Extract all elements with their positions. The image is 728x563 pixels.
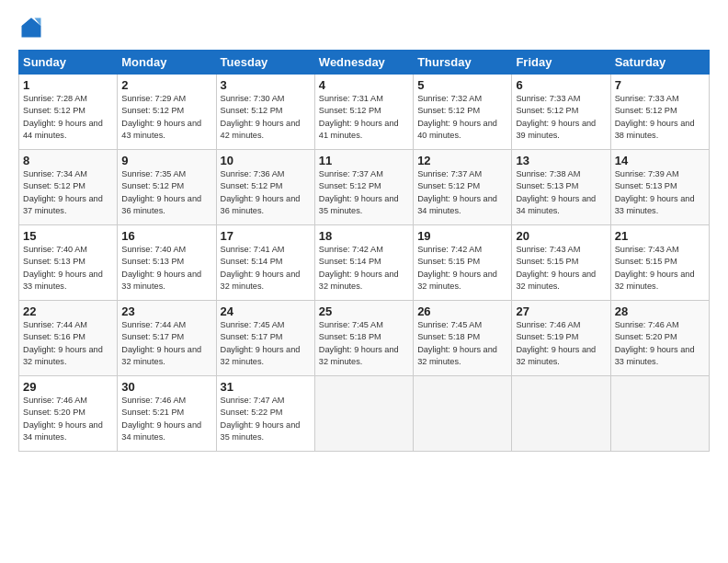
day-number: 12 bbox=[417, 154, 507, 167]
header bbox=[18, 15, 710, 40]
calendar-week-row: 15 Sunrise: 7:40 AM Sunset: 5:13 PM Dayl… bbox=[19, 225, 710, 301]
calendar-cell: 7 Sunrise: 7:33 AM Sunset: 5:12 PM Dayli… bbox=[610, 75, 709, 150]
day-number: 17 bbox=[221, 229, 311, 243]
day-number: 13 bbox=[516, 154, 606, 167]
day-number: 20 bbox=[516, 229, 606, 243]
day-info: Sunrise: 7:34 AM Sunset: 5:12 PM Dayligh… bbox=[23, 168, 113, 217]
calendar-cell bbox=[314, 376, 413, 452]
calendar-cell: 28 Sunrise: 7:46 AM Sunset: 5:20 PM Dayl… bbox=[610, 301, 709, 376]
day-number: 18 bbox=[319, 229, 409, 243]
day-number: 5 bbox=[417, 78, 507, 92]
day-info: Sunrise: 7:36 AM Sunset: 5:12 PM Dayligh… bbox=[221, 168, 311, 217]
calendar-cell: 25 Sunrise: 7:45 AM Sunset: 5:18 PM Dayl… bbox=[314, 301, 413, 376]
calendar-cell: 16 Sunrise: 7:40 AM Sunset: 5:13 PM Dayl… bbox=[118, 225, 216, 301]
day-info: Sunrise: 7:41 AM Sunset: 5:14 PM Dayligh… bbox=[221, 244, 311, 293]
day-number: 2 bbox=[121, 78, 211, 92]
day-number: 15 bbox=[23, 229, 113, 243]
day-info: Sunrise: 7:46 AM Sunset: 5:20 PM Dayligh… bbox=[23, 395, 113, 443]
calendar-cell: 9 Sunrise: 7:35 AM Sunset: 5:12 PM Dayli… bbox=[118, 150, 216, 225]
calendar-cell: 6 Sunrise: 7:33 AM Sunset: 5:12 PM Dayli… bbox=[512, 75, 610, 150]
day-number: 3 bbox=[221, 78, 311, 92]
page: SundayMondayTuesdayWednesdayThursdayFrid… bbox=[0, 0, 728, 563]
day-number: 26 bbox=[417, 304, 507, 318]
day-number: 22 bbox=[23, 304, 113, 318]
calendar-cell: 18 Sunrise: 7:42 AM Sunset: 5:14 PM Dayl… bbox=[314, 225, 413, 301]
day-info: Sunrise: 7:35 AM Sunset: 5:12 PM Dayligh… bbox=[121, 168, 211, 217]
calendar-cell: 1 Sunrise: 7:28 AM Sunset: 5:12 PM Dayli… bbox=[19, 75, 118, 150]
calendar-cell: 31 Sunrise: 7:47 AM Sunset: 5:22 PM Dayl… bbox=[216, 376, 314, 452]
calendar-week-row: 29 Sunrise: 7:46 AM Sunset: 5:20 PM Dayl… bbox=[19, 376, 710, 452]
day-number: 24 bbox=[221, 304, 311, 318]
calendar-cell: 29 Sunrise: 7:46 AM Sunset: 5:20 PM Dayl… bbox=[19, 376, 118, 452]
calendar-cell: 13 Sunrise: 7:38 AM Sunset: 5:13 PM Dayl… bbox=[512, 150, 610, 225]
day-number: 28 bbox=[615, 304, 705, 318]
day-info: Sunrise: 7:40 AM Sunset: 5:13 PM Dayligh… bbox=[121, 244, 211, 293]
calendar-cell: 22 Sunrise: 7:44 AM Sunset: 5:16 PM Dayl… bbox=[19, 301, 118, 376]
day-info: Sunrise: 7:46 AM Sunset: 5:20 PM Dayligh… bbox=[615, 319, 705, 368]
calendar-cell: 24 Sunrise: 7:45 AM Sunset: 5:17 PM Dayl… bbox=[216, 301, 314, 376]
day-number: 21 bbox=[615, 229, 705, 243]
day-number: 7 bbox=[615, 78, 705, 92]
day-number: 16 bbox=[121, 229, 211, 243]
day-number: 31 bbox=[221, 380, 311, 394]
day-number: 4 bbox=[319, 78, 409, 92]
calendar-cell: 12 Sunrise: 7:37 AM Sunset: 5:12 PM Dayl… bbox=[414, 150, 512, 225]
day-info: Sunrise: 7:42 AM Sunset: 5:15 PM Dayligh… bbox=[417, 244, 507, 293]
day-number: 6 bbox=[516, 78, 606, 92]
calendar-cell: 15 Sunrise: 7:40 AM Sunset: 5:13 PM Dayl… bbox=[19, 225, 118, 301]
weekday-header: Sunday bbox=[19, 51, 118, 75]
calendar-cell: 8 Sunrise: 7:34 AM Sunset: 5:12 PM Dayli… bbox=[19, 150, 118, 225]
calendar-week-row: 8 Sunrise: 7:34 AM Sunset: 5:12 PM Dayli… bbox=[19, 150, 710, 225]
calendar-header-row: SundayMondayTuesdayWednesdayThursdayFrid… bbox=[19, 51, 710, 75]
day-info: Sunrise: 7:46 AM Sunset: 5:21 PM Dayligh… bbox=[121, 395, 211, 443]
calendar-cell: 23 Sunrise: 7:44 AM Sunset: 5:17 PM Dayl… bbox=[118, 301, 216, 376]
day-info: Sunrise: 7:38 AM Sunset: 5:13 PM Dayligh… bbox=[516, 168, 606, 217]
day-info: Sunrise: 7:30 AM Sunset: 5:12 PM Dayligh… bbox=[221, 93, 311, 142]
day-number: 23 bbox=[121, 304, 211, 318]
day-info: Sunrise: 7:45 AM Sunset: 5:17 PM Dayligh… bbox=[221, 319, 311, 368]
day-number: 19 bbox=[417, 229, 507, 243]
day-info: Sunrise: 7:33 AM Sunset: 5:12 PM Dayligh… bbox=[516, 93, 606, 142]
day-info: Sunrise: 7:47 AM Sunset: 5:22 PM Dayligh… bbox=[221, 395, 311, 443]
weekday-header: Wednesday bbox=[314, 51, 413, 75]
day-info: Sunrise: 7:31 AM Sunset: 5:12 PM Dayligh… bbox=[319, 93, 409, 142]
calendar-week-row: 1 Sunrise: 7:28 AM Sunset: 5:12 PM Dayli… bbox=[19, 75, 710, 150]
day-number: 14 bbox=[615, 154, 705, 167]
day-info: Sunrise: 7:42 AM Sunset: 5:14 PM Dayligh… bbox=[319, 244, 409, 293]
day-info: Sunrise: 7:44 AM Sunset: 5:16 PM Dayligh… bbox=[23, 319, 113, 368]
calendar-cell: 5 Sunrise: 7:32 AM Sunset: 5:12 PM Dayli… bbox=[414, 75, 512, 150]
weekday-header: Tuesday bbox=[216, 51, 314, 75]
calendar-cell bbox=[512, 376, 610, 452]
weekday-header: Monday bbox=[118, 51, 216, 75]
day-number: 9 bbox=[121, 154, 211, 167]
calendar-cell: 30 Sunrise: 7:46 AM Sunset: 5:21 PM Dayl… bbox=[118, 376, 216, 452]
day-number: 27 bbox=[516, 304, 606, 318]
calendar-cell: 11 Sunrise: 7:37 AM Sunset: 5:12 PM Dayl… bbox=[314, 150, 413, 225]
calendar-cell: 17 Sunrise: 7:41 AM Sunset: 5:14 PM Dayl… bbox=[216, 225, 314, 301]
day-info: Sunrise: 7:40 AM Sunset: 5:13 PM Dayligh… bbox=[23, 244, 113, 293]
day-info: Sunrise: 7:43 AM Sunset: 5:15 PM Dayligh… bbox=[615, 244, 705, 293]
day-number: 1 bbox=[23, 78, 113, 92]
day-info: Sunrise: 7:43 AM Sunset: 5:15 PM Dayligh… bbox=[516, 244, 606, 293]
day-number: 8 bbox=[23, 154, 113, 167]
calendar-cell: 27 Sunrise: 7:46 AM Sunset: 5:19 PM Dayl… bbox=[512, 301, 610, 376]
weekday-header: Saturday bbox=[610, 51, 709, 75]
day-info: Sunrise: 7:28 AM Sunset: 5:12 PM Dayligh… bbox=[23, 93, 113, 142]
calendar-cell: 2 Sunrise: 7:29 AM Sunset: 5:12 PM Dayli… bbox=[118, 75, 216, 150]
day-info: Sunrise: 7:37 AM Sunset: 5:12 PM Dayligh… bbox=[417, 168, 507, 217]
day-info: Sunrise: 7:46 AM Sunset: 5:19 PM Dayligh… bbox=[516, 319, 606, 368]
calendar-cell bbox=[414, 376, 512, 452]
calendar-cell: 10 Sunrise: 7:36 AM Sunset: 5:12 PM Dayl… bbox=[216, 150, 314, 225]
day-number: 11 bbox=[319, 154, 409, 167]
calendar-cell: 14 Sunrise: 7:39 AM Sunset: 5:13 PM Dayl… bbox=[610, 150, 709, 225]
calendar-cell: 4 Sunrise: 7:31 AM Sunset: 5:12 PM Dayli… bbox=[314, 75, 413, 150]
calendar-cell: 21 Sunrise: 7:43 AM Sunset: 5:15 PM Dayl… bbox=[610, 225, 709, 301]
calendar-cell: 26 Sunrise: 7:45 AM Sunset: 5:18 PM Dayl… bbox=[414, 301, 512, 376]
day-number: 25 bbox=[319, 304, 409, 318]
day-info: Sunrise: 7:44 AM Sunset: 5:17 PM Dayligh… bbox=[121, 319, 211, 368]
day-info: Sunrise: 7:39 AM Sunset: 5:13 PM Dayligh… bbox=[615, 168, 705, 217]
calendar-cell: 20 Sunrise: 7:43 AM Sunset: 5:15 PM Dayl… bbox=[512, 225, 610, 301]
day-number: 10 bbox=[221, 154, 311, 167]
logo-icon bbox=[18, 15, 44, 40]
calendar-cell: 19 Sunrise: 7:42 AM Sunset: 5:15 PM Dayl… bbox=[414, 225, 512, 301]
